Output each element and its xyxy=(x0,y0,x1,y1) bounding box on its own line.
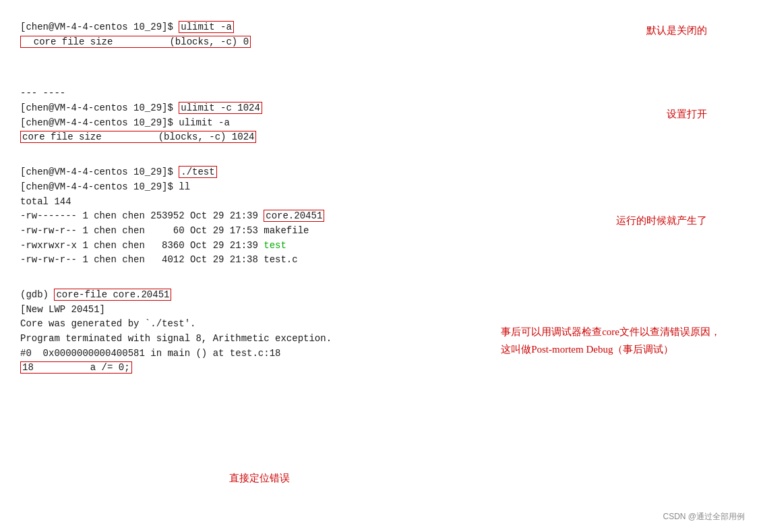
boxed-command: ./test xyxy=(179,166,216,178)
code-line: --- ---- xyxy=(20,86,741,101)
code-line: [chen@VM-4-4-centos 10_29]$ ./test xyxy=(20,165,741,180)
code-line: [chen@VM-4-4-centos 10_29]$ ulimit -a xyxy=(20,116,741,131)
annotation-default-closed: 默认是关闭的 xyxy=(646,24,707,37)
annotation-generated: 运行的时候就产生了 xyxy=(616,214,707,227)
boxed-output: core file size (blocks, -c) 1024 xyxy=(20,131,256,143)
code-line: [New LWP 20451] xyxy=(20,303,741,318)
boxed-output: core file size (blocks, -c) 0 xyxy=(20,36,251,48)
code-line: core file size (blocks, -c) 0 xyxy=(20,35,741,50)
code-line: total 144 xyxy=(20,195,741,210)
section-1: [chen@VM-4-4-centos 10_29]$ ulimit -a co… xyxy=(20,20,741,49)
green-test: test xyxy=(264,240,286,251)
code-line: core file size (blocks, -c) 1024 xyxy=(20,130,741,145)
code-line: [chen@VM-4-4-centos 10_29]$ ulimit -a xyxy=(20,20,741,35)
section-2: --- ---- [chen@VM-4-4-centos 10_29]$ uli… xyxy=(20,86,741,145)
code-line: -rw-rw-r-- 1 chen chen 4012 Oct 29 21:38… xyxy=(20,253,741,268)
annotation-locate-error: 直接定位错误 xyxy=(229,472,290,485)
annotation-post-mortem: 事后可以用调试器检查core文件以查清错误原因， 这叫做Post-mortem … xyxy=(501,324,721,358)
code-line: (gdb) core-file core.20451 xyxy=(20,288,741,303)
watermark: CSDN @通过全部用例 xyxy=(663,511,745,523)
boxed-core-file: core.20451 xyxy=(264,210,324,222)
boxed-command: ulimit -a xyxy=(179,21,234,33)
annotation-set-open: 设置打开 xyxy=(667,108,707,121)
boxed-error-line: 18 a /= 0; xyxy=(20,361,132,374)
code-line: [chen@VM-4-4-centos 10_29]$ ulimit -c 10… xyxy=(20,101,741,116)
boxed-gdb-command: core-file core.20451 xyxy=(54,289,171,301)
code-line: -rwxrwxr-x 1 chen chen 8360 Oct 29 21:39… xyxy=(20,239,741,254)
code-line: 18 a /= 0; xyxy=(20,361,741,376)
code-line: [chen@VM-4-4-centos 10_29]$ ll xyxy=(20,180,741,195)
boxed-command: ulimit -c 1024 xyxy=(179,102,262,114)
